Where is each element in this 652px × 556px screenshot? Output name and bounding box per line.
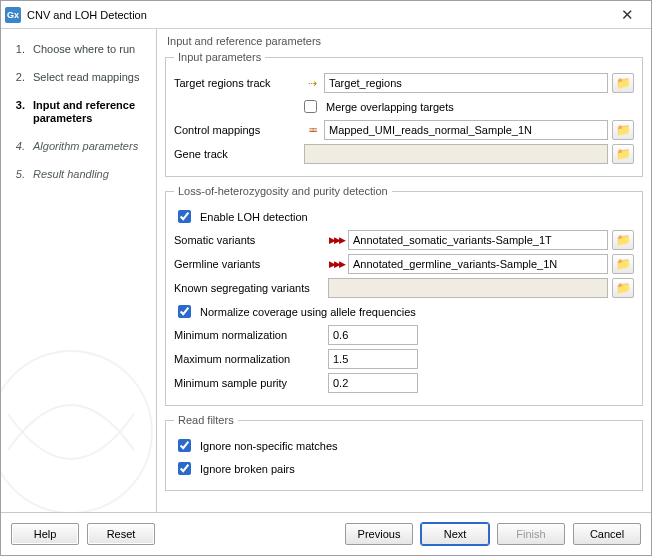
wizard-footer: Help Reset Previous Next Finish Cancel	[1, 513, 651, 555]
row-ignore-broken: Ignore broken pairs	[174, 459, 634, 478]
content-panel: Input and reference parameters Input par…	[157, 29, 651, 512]
control-mappings-browse-button[interactable]: 📁	[612, 120, 634, 140]
row-known-segregating: Known segregating variants 📁	[174, 278, 634, 298]
target-regions-browse-button[interactable]: 📁	[612, 73, 634, 93]
finish-button: Finish	[497, 523, 565, 545]
ignore-nonspecific-checkbox[interactable]	[178, 439, 191, 452]
germline-variants-field[interactable]	[348, 254, 608, 274]
row-min-purity: Minimum sample purity	[174, 373, 634, 393]
cancel-button[interactable]: Cancel	[573, 523, 641, 545]
germline-variants-browse-button[interactable]: 📁	[612, 254, 634, 274]
max-normalization-field[interactable]	[328, 349, 418, 369]
variant-icon: ▶▶▶	[328, 232, 344, 248]
step-1[interactable]: 1. Choose where to run	[11, 39, 148, 67]
step-2[interactable]: 2. Select read mappings	[11, 67, 148, 95]
browse-icon: 📁	[616, 233, 631, 247]
row-gene-track: Gene track 📁	[174, 144, 634, 164]
min-purity-field[interactable]	[328, 373, 418, 393]
group-loh-detection: Loss-of-heterozygosity and purity detect…	[165, 185, 643, 406]
target-regions-field[interactable]	[324, 73, 608, 93]
browse-icon: 📁	[616, 76, 631, 90]
control-mappings-field[interactable]	[324, 120, 608, 140]
wizard-steps: 1. Choose where to run 2. Select read ma…	[1, 29, 157, 512]
variant-icon: ▶▶▶	[328, 256, 344, 272]
target-regions-label: Target regions track	[174, 77, 300, 89]
ignore-nonspecific-label: Ignore non-specific matches	[200, 440, 338, 452]
track-arrow-icon: ⇢	[304, 75, 320, 91]
row-control-mappings: Control mappings ≡≡ 📁	[174, 120, 634, 140]
mapping-icon: ≡≡	[304, 122, 320, 138]
group-read-filters-legend: Read filters	[174, 414, 238, 426]
help-button[interactable]: Help	[11, 523, 79, 545]
group-read-filters: Read filters Ignore non-specific matches…	[165, 414, 643, 491]
decorative-helix-icon	[1, 322, 161, 513]
somatic-variants-field[interactable]	[348, 230, 608, 250]
browse-icon: 📁	[616, 147, 631, 161]
row-enable-loh: Enable LOH detection	[174, 207, 634, 226]
app-logo: Gx	[5, 7, 21, 23]
browse-icon: 📁	[616, 257, 631, 271]
row-somatic-variants: Somatic variants ▶▶▶ 📁	[174, 230, 634, 250]
somatic-variants-browse-button[interactable]: 📁	[612, 230, 634, 250]
close-button[interactable]: ✕	[607, 1, 647, 29]
titlebar: Gx CNV and LOH Detection ✕	[1, 1, 651, 29]
svg-point-0	[1, 351, 152, 513]
somatic-variants-label: Somatic variants	[174, 234, 324, 246]
normalize-coverage-label: Normalize coverage using allele frequenc…	[200, 306, 416, 318]
gene-track-field[interactable]	[304, 144, 608, 164]
gene-track-browse-button[interactable]: 📁	[612, 144, 634, 164]
ignore-broken-label: Ignore broken pairs	[200, 463, 295, 475]
known-segregating-field[interactable]	[328, 278, 608, 298]
merge-targets-label: Merge overlapping targets	[326, 101, 454, 113]
group-input-legend: Input parameters	[174, 51, 265, 63]
normalize-coverage-checkbox[interactable]	[178, 305, 191, 318]
max-normalization-label: Maximum normalization	[174, 353, 324, 365]
gene-track-label: Gene track	[174, 148, 300, 160]
group-input-parameters: Input parameters Target regions track ⇢ …	[165, 51, 643, 177]
min-normalization-label: Minimum normalization	[174, 329, 324, 341]
ignore-broken-checkbox[interactable]	[178, 462, 191, 475]
row-germline-variants: Germline variants ▶▶▶ 📁	[174, 254, 634, 274]
window-title: CNV and LOH Detection	[27, 9, 607, 21]
reset-button[interactable]: Reset	[87, 523, 155, 545]
step-4[interactable]: 4. Algorithm parameters	[11, 136, 148, 164]
row-min-normalization: Minimum normalization	[174, 325, 634, 345]
row-target-regions: Target regions track ⇢ 📁	[174, 73, 634, 93]
row-max-normalization: Maximum normalization	[174, 349, 634, 369]
known-segregating-label: Known segregating variants	[174, 282, 324, 294]
control-mappings-label: Control mappings	[174, 124, 300, 136]
content-heading: Input and reference parameters	[165, 33, 643, 49]
row-ignore-nonspecific: Ignore non-specific matches	[174, 436, 634, 455]
germline-variants-label: Germline variants	[174, 258, 324, 270]
known-segregating-browse-button[interactable]: 📁	[612, 278, 634, 298]
enable-loh-label: Enable LOH detection	[200, 211, 308, 223]
row-merge-targets: Merge overlapping targets	[300, 97, 634, 116]
browse-icon: 📁	[616, 281, 631, 295]
step-5[interactable]: 5. Result handling	[11, 164, 148, 192]
merge-targets-checkbox[interactable]	[304, 100, 317, 113]
browse-icon: 📁	[616, 123, 631, 137]
step-3[interactable]: 3. Input and reference parameters	[11, 95, 148, 137]
row-normalize-coverage: Normalize coverage using allele frequenc…	[174, 302, 634, 321]
min-purity-label: Minimum sample purity	[174, 377, 324, 389]
enable-loh-checkbox[interactable]	[178, 210, 191, 223]
min-normalization-field[interactable]	[328, 325, 418, 345]
previous-button[interactable]: Previous	[345, 523, 413, 545]
group-loh-legend: Loss-of-heterozygosity and purity detect…	[174, 185, 392, 197]
next-button[interactable]: Next	[421, 523, 489, 545]
